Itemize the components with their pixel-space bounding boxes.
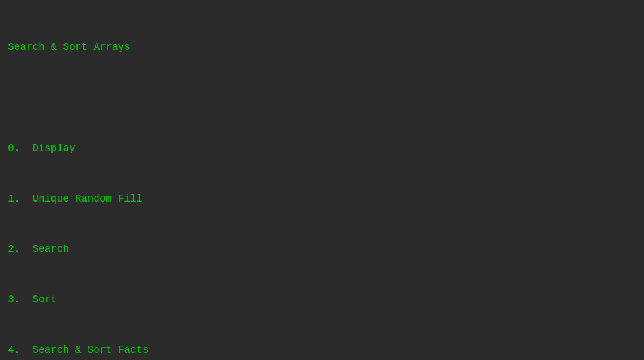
terminal-output: Search & Sort Arrays ___________________… — [8, 6, 636, 360]
divider-1: ________________________________ — [8, 89, 636, 106]
menu-item-4: 4. Search & Sort Facts — [8, 342, 636, 359]
menu-item-2: 2. Search — [8, 241, 636, 258]
menu-item-3: 3. Sort — [8, 292, 636, 308]
title-line: Search & Sort Arrays — [8, 39, 636, 56]
menu-item-0: 0. Display — [8, 140, 636, 157]
menu-item-1: 1. Unique Random Fill — [8, 191, 636, 208]
